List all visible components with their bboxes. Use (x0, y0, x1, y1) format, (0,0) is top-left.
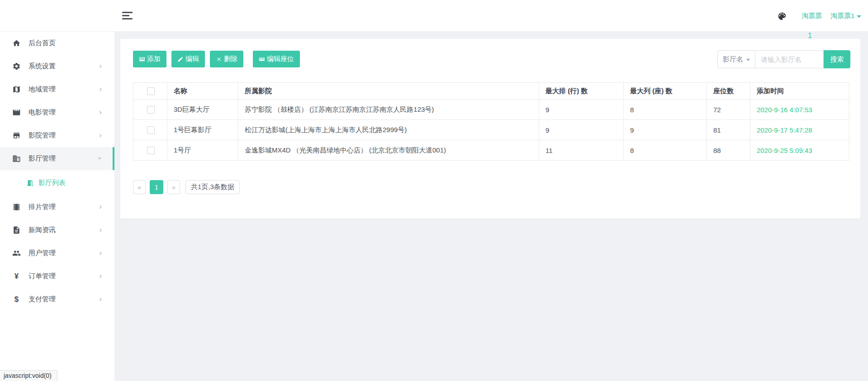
chevron-right-icon: › (99, 226, 102, 233)
cell-cinema: 苏宁影院 （鼓楼店） (江苏南京江苏南京江苏南京人民路123号) (238, 100, 539, 120)
chevron-right-icon: › (99, 249, 102, 257)
search-bar: 影厅名 搜索 (717, 50, 850, 68)
sidebar-item-label: 订单管理 (28, 272, 56, 281)
edit-button[interactable]: 编辑 (171, 51, 205, 67)
chevron-right-icon: › (99, 108, 102, 116)
sidebar-item-news[interactable]: 新闻资讯 › (0, 219, 114, 242)
chevron-right-icon: › (99, 272, 102, 280)
top-header: 淘票票 淘票票1 (0, 0, 868, 32)
toolbar: 添加 编辑 删除 编辑座位 (133, 51, 300, 67)
add-icon (139, 56, 145, 62)
chevron-down-icon (746, 59, 750, 61)
sidebar-item-orders[interactable]: ¥ 订单管理 › (0, 265, 114, 288)
palette-icon[interactable] (777, 11, 787, 21)
delete-button[interactable]: 删除 (210, 51, 243, 67)
search-filter-select[interactable]: 影厅名 (717, 50, 755, 68)
search-button[interactable]: 搜索 (824, 50, 850, 68)
sidebar-item-payments[interactable]: $ 支付管理 › (0, 288, 114, 311)
cell-max-rows: 11 (539, 140, 624, 161)
close-icon (216, 56, 222, 62)
table-row[interactable]: 3D巨幕大厅 苏宁影院 （鼓楼店） (江苏南京江苏南京江苏南京人民路123号) … (133, 100, 849, 120)
cell-max-cols: 9 (624, 120, 707, 140)
prev-page-button[interactable]: « (133, 180, 146, 194)
sidebar-item-label: 地域管理 (28, 85, 56, 94)
sidebar-item-label: 支付管理 (28, 295, 56, 304)
user-dropdown-label: 淘票票1 (830, 12, 854, 20)
select-all-checkbox[interactable] (147, 87, 155, 95)
table-row[interactable]: 1号巨幕影厅 松江万达影城(上海上海市上海上海市人民北路2999号) 9 9 8… (133, 120, 849, 140)
chevron-right-icon: › (99, 62, 102, 70)
hamburger-bar (122, 18, 133, 19)
cell-name: 1号巨幕影厅 (167, 120, 238, 140)
sidebar-item-scheduling[interactable]: 排片管理 › (0, 195, 114, 219)
add-button[interactable]: 添加 (133, 51, 166, 67)
current-page-button[interactable]: 1 (150, 180, 163, 194)
hamburger-menu-icon[interactable] (122, 12, 133, 19)
cell-added-time: 2020-9-25 5:09:43 (750, 140, 849, 161)
cell-name: 1号厅 (167, 140, 238, 161)
edit-button-label: 编辑 (185, 55, 199, 63)
cell-cinema: 松江万达影城(上海上海市上海上海市人民北路2999号) (238, 120, 539, 140)
sidebar-item-label: 电影管理 (28, 108, 56, 117)
sidebar-item-cinemas[interactable]: 影院管理 › (0, 124, 114, 147)
cell-seats: 81 (707, 120, 750, 140)
map-icon (12, 85, 21, 94)
table-header-row: 名称 所属影院 最大排 (行) 数 最大列 (座) 数 座位数 添加时间 (133, 83, 849, 100)
cell-added-time: 2020-9-16 4:07:53 (750, 100, 849, 120)
site-link[interactable]: 淘票票 (802, 0, 822, 32)
movie-icon (12, 108, 21, 117)
cell-name: 3D巨幕大厅 (167, 100, 238, 120)
gear-icon (12, 62, 21, 71)
sidebar-subitem-label: 影厅列表 (38, 179, 66, 187)
chevron-down-icon: › (97, 157, 104, 159)
sidebar-item-movies[interactable]: 电影管理 › (0, 101, 114, 124)
next-page-button[interactable]: » (167, 180, 180, 194)
sidebar-item-halls[interactable]: 影厅管理 › (0, 147, 114, 170)
cell-max-cols: 8 (624, 140, 707, 161)
cell-max-rows: 9 (539, 100, 624, 120)
table-row[interactable]: 1号厅 金逸影城MX4D （光美南昌绿地中心店） (北京北京市朝阳大道001) … (133, 140, 849, 161)
building-icon (12, 154, 21, 163)
cell-seats: 88 (707, 140, 750, 161)
dollar-icon: $ (12, 295, 21, 304)
column-header-seats: 座位数 (707, 83, 750, 100)
sidebar-subitem-hall-list[interactable]: 影厅列表 (0, 170, 114, 195)
pagination-summary: 共1页,3条数据 (185, 180, 240, 194)
search-input[interactable] (755, 50, 824, 68)
column-header-max-rows: 最大排 (行) 数 (539, 83, 624, 100)
pencil-icon (177, 56, 184, 62)
cell-max-rows: 9 (539, 120, 624, 140)
column-header-added-time: 添加时间 (750, 83, 849, 100)
sidebar-item-label: 排片管理 (28, 203, 56, 211)
home-icon (12, 39, 21, 48)
user-dropdown[interactable]: 淘票票1 (830, 0, 861, 32)
row-checkbox[interactable] (147, 126, 155, 134)
yen-icon: ¥ (12, 272, 21, 281)
seats-icon (259, 56, 265, 62)
row-checkbox[interactable] (147, 106, 155, 114)
sidebar-item-dashboard[interactable]: 后台首页 (0, 32, 114, 55)
door-icon (26, 179, 34, 187)
column-header-max-cols: 最大列 (座) 数 (624, 83, 707, 100)
column-header-cinema: 所属影院 (238, 83, 539, 100)
row-checkbox[interactable] (147, 147, 155, 154)
chevron-right-icon: › (99, 203, 102, 210)
users-icon (12, 249, 21, 257)
chevron-right-icon: › (99, 131, 102, 139)
delete-button-label: 删除 (224, 55, 237, 63)
chevron-right-icon: › (99, 295, 102, 303)
filmstrip-icon (12, 203, 21, 211)
sidebar-item-system-settings[interactable]: 系统设置 › (0, 55, 114, 78)
chevron-right-icon: › (99, 85, 102, 93)
hamburger-bar (122, 15, 129, 16)
sidebar-item-users[interactable]: 用户管理 › (0, 242, 114, 265)
cell-cinema: 金逸影城MX4D （光美南昌绿地中心店） (北京北京市朝阳大道001) (238, 140, 539, 161)
add-button-label: 添加 (147, 55, 161, 63)
search-filter-label: 影厅名 (723, 55, 743, 64)
sidebar-item-label: 系统设置 (28, 62, 56, 71)
halls-table: 名称 所属影院 最大排 (行) 数 最大列 (座) 数 座位数 添加时间 3D巨… (133, 82, 849, 161)
edit-seats-button[interactable]: 编辑座位 (253, 51, 300, 67)
sidebar-item-region[interactable]: 地域管理 › (0, 78, 114, 101)
store-icon (12, 131, 21, 140)
edit-seats-button-label: 编辑座位 (267, 55, 294, 63)
